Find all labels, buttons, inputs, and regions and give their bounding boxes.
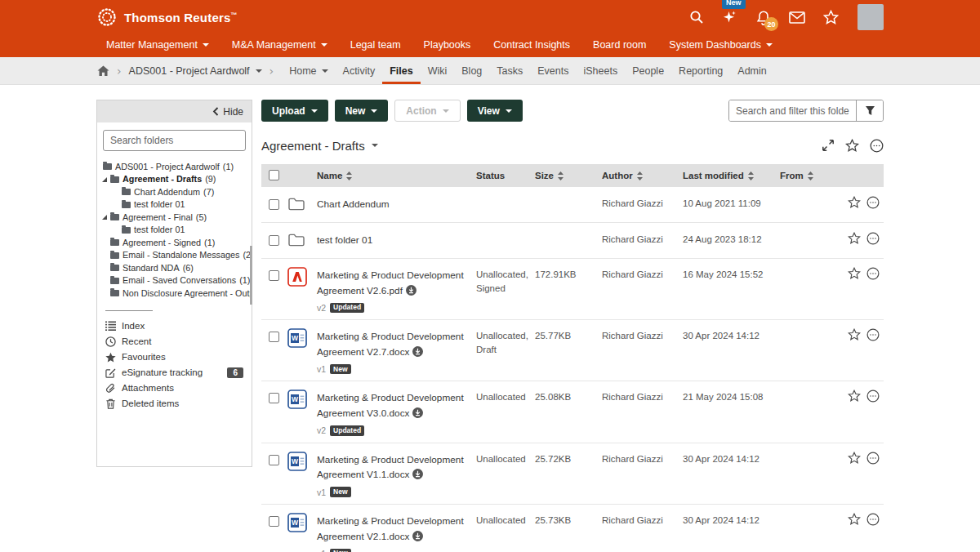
module-tab[interactable]: Admin [730,57,773,84]
download-icon[interactable] [412,531,423,541]
row-checkbox[interactable] [269,270,279,281]
favourite-star-icon[interactable] [848,452,861,465]
search-folders-input[interactable] [103,130,246,151]
hide-sidebar-button[interactable]: Hide [97,100,252,122]
favourite-folder-star-icon[interactable] [845,139,859,152]
module-tab[interactable]: iSheets [576,57,625,84]
expand-view-icon[interactable] [822,139,835,152]
expand-toggle-icon[interactable] [102,215,107,220]
favourite-star-icon[interactable] [848,196,861,209]
nav-item[interactable]: Matter Management [106,39,209,51]
folder-tree-item[interactable]: test folder 01 [97,198,252,211]
breadcrumb-site[interactable]: ADS001 - Project Aardwolf [129,65,262,77]
row-checkbox[interactable] [269,455,279,465]
more-options-icon[interactable] [866,513,880,526]
folder-tree-item[interactable]: Agreement - Drafts (9) [97,173,252,186]
nav-item[interactable]: System Dashboards [669,39,773,51]
new-button[interactable]: New [335,100,389,122]
nav-item[interactable]: Legal team [350,39,401,51]
download-icon[interactable] [406,285,416,296]
module-tab[interactable]: People [625,57,671,84]
row-checkbox[interactable] [269,393,279,403]
download-icon[interactable] [412,469,423,479]
module-tab[interactable]: Events [530,57,576,84]
select-all-checkbox[interactable] [269,170,279,180]
file-name-link[interactable]: Marketing & Product Development Agreemen… [317,392,464,419]
column-header-author[interactable]: Author [602,171,683,180]
row-checkbox[interactable] [269,235,279,246]
folder-tree-item[interactable]: Email - Saved Conversations (1) [97,274,252,287]
app-header: Thomson Reuters™ New 20 [0,0,980,57]
more-options-icon[interactable] [870,139,884,153]
column-header-name[interactable]: Name [317,171,476,180]
folder-tree-item[interactable]: Agreement - Signed (1) [97,236,252,249]
favourite-star-icon[interactable] [848,267,861,280]
sidebar-menu-item[interactable]: Deleted items [97,396,252,412]
module-tab[interactable]: Blog [454,57,489,84]
favourite-star-icon[interactable] [848,513,861,526]
download-icon[interactable] [412,346,423,357]
home-icon[interactable] [97,65,109,77]
funnel-icon [865,105,875,116]
row-checkbox[interactable] [269,516,279,527]
column-header-from[interactable]: From [780,171,839,180]
nav-item[interactable]: M&A Management [232,39,327,51]
file-name-link[interactable]: test folder 01 [317,234,372,246]
ai-assistant-icon[interactable]: New [722,9,738,25]
row-checkbox[interactable] [269,199,279,210]
module-tab[interactable]: Tasks [489,57,530,84]
more-options-icon[interactable] [866,452,880,465]
folder-tree-item[interactable]: Standard NDA (6) [97,261,252,274]
nav-item[interactable]: Playbooks [424,39,471,51]
folder-search-input[interactable] [729,100,856,121]
folder-tree-item[interactable]: Email - Standalone Messages (22) [97,249,252,262]
file-name-link[interactable]: Marketing & Product Development Agreemen… [317,454,464,481]
current-folder-title[interactable]: Agreement - Drafts [261,139,378,153]
view-button[interactable]: View [467,100,523,122]
messages-envelope-icon[interactable] [789,9,805,25]
file-name-link[interactable]: Marketing & Product Development Agreemen… [317,269,464,296]
search-icon[interactable] [688,9,705,25]
folder-tree-item[interactable]: test folder 01 [97,224,252,237]
file-name-link[interactable]: Chart Addendum [317,198,390,210]
module-tab[interactable]: Reporting [671,57,730,84]
module-tab[interactable]: Activity [336,57,383,84]
user-avatar[interactable] [858,4,884,30]
file-name-link[interactable]: Marketing & Product Development Agreemen… [317,331,464,358]
module-tab[interactable]: Wiki [421,57,455,84]
favourites-star-icon[interactable] [822,9,839,25]
file-name-link[interactable]: Marketing & Product Development Agreemen… [317,515,464,542]
more-options-icon[interactable] [866,196,880,209]
filter-button[interactable] [856,100,883,121]
sidebar-menu-item[interactable]: eSignature tracking 6 [97,365,252,381]
favourite-star-icon[interactable] [848,328,861,341]
favourite-star-icon[interactable] [848,390,861,403]
column-header-size[interactable]: Size [535,171,602,180]
more-options-icon[interactable] [866,390,880,403]
sidebar-menu-item[interactable]: Recent [97,334,252,349]
sidebar-menu-item[interactable]: Index [97,318,252,334]
word-icon: W [287,328,317,351]
more-options-icon[interactable] [866,328,880,341]
folder-tree-item[interactable]: Chart Addendum (7) [97,185,252,198]
more-options-icon[interactable] [866,232,880,245]
folder-tree-item[interactable]: ADS001 - Project Aardwolf (1) [97,160,252,173]
download-icon[interactable] [412,407,423,418]
folder-tree-item[interactable]: Agreement - Final (5) [97,211,252,224]
row-checkbox[interactable] [269,332,279,342]
favourite-star-icon[interactable] [848,232,861,245]
more-options-icon[interactable] [866,267,880,280]
module-tab[interactable]: Home [282,57,335,84]
upload-button[interactable]: Upload [261,100,328,122]
expand-toggle-icon[interactable] [102,177,107,182]
sidebar-menu-item[interactable]: Favourites [97,349,252,365]
from-cell [780,196,839,197]
nav-item[interactable]: Contract Insights [493,39,570,51]
notifications-bell-icon[interactable]: 20 [755,9,772,25]
sidebar-menu-item[interactable]: Attachments [97,381,252,396]
nav-item[interactable]: Board room [593,39,646,51]
sidebar-scrollbar[interactable] [250,246,252,305]
column-header-last-modified[interactable]: Last modified [683,171,780,180]
folder-tree-item[interactable]: Non Disclosure Agreement - Output [97,287,252,300]
module-tab[interactable]: Files [382,57,421,84]
